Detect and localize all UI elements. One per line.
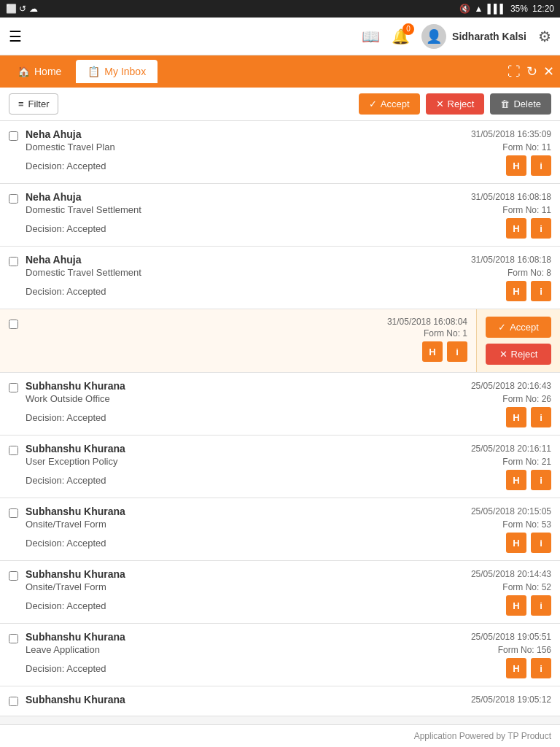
item-icons-2: H i	[506, 218, 551, 239]
info-button-8[interactable]: i	[531, 595, 551, 616]
accept-button[interactable]: ✓ Accept	[359, 93, 420, 115]
item-icons-6: H i	[506, 470, 551, 490]
item-header-1: Neha Ahuja 31/05/2018 16:35:09	[26, 128, 551, 140]
item-name-1: Neha Ahuja	[26, 128, 82, 140]
item-checkbox-7[interactable]	[9, 508, 18, 518]
wifi-icon: ▲	[475, 4, 483, 14]
item-footer-6: Decision: Accepted H i	[26, 470, 551, 490]
item-type-5: Work Outside Office	[26, 393, 110, 404]
user-name: Sidharath Kalsi	[452, 31, 526, 42]
close-button[interactable]: ✕	[543, 63, 554, 80]
checkbox-col-7	[9, 506, 18, 520]
info-button-2[interactable]: i	[531, 218, 551, 239]
home-icon: 🏠	[18, 66, 30, 77]
battery-text: 35%	[510, 4, 528, 14]
item-date-1: 31/05/2018 16:35:09	[471, 129, 551, 139]
item-decision-2: Decision: Accepted	[26, 223, 106, 234]
item-decision-3: Decision: Accepted	[26, 286, 106, 297]
item-checkbox-4[interactable]	[9, 320, 18, 329]
item-icons-9: H i	[506, 658, 551, 678]
history-button-9[interactable]: H	[506, 658, 526, 678]
item-checkbox-2[interactable]	[9, 194, 18, 204]
info-button-1[interactable]: i	[531, 155, 551, 176]
notification-bell-icon[interactable]: 🔔 0	[392, 28, 410, 45]
item-checkbox-5[interactable]	[9, 383, 18, 392]
info-button-3[interactable]: i	[531, 281, 551, 301]
checkbox-col-6	[9, 443, 18, 457]
reject-button[interactable]: ✕ Reject	[426, 93, 485, 115]
item-date-5: 25/05/2018 20:16:43	[471, 381, 551, 391]
item-icons-8: H i	[506, 595, 551, 616]
item-header-8: Subhanshu Khurana 25/05/2018 20:14:43	[26, 568, 551, 580]
checkbox-col-5	[9, 380, 18, 395]
refresh-button[interactable]: ↻	[526, 63, 537, 80]
list-item: Subhanshu Khurana 25/05/2018 19:05:51 Le…	[0, 624, 560, 686]
settings-icon[interactable]: ⚙	[538, 28, 551, 45]
item-form-row-8: Onsite/Travel Form Form No: 52	[26, 581, 551, 592]
history-button-6[interactable]: H	[506, 470, 526, 490]
item-form-no-6: Form No: 21	[502, 457, 551, 467]
item-footer-1: Decision: Accepted H i	[26, 155, 551, 176]
item-content-10: Subhanshu Khurana 25/05/2018 19:05:12	[26, 694, 551, 705]
history-button-5[interactable]: H	[506, 407, 526, 427]
list-item: Neha Ahuja 31/05/2018 16:35:09 Domestic …	[0, 121, 560, 184]
item-type-2: Domestic Travel Settlement	[26, 204, 141, 215]
filter-button[interactable]: ≡ Filter	[9, 93, 58, 115]
item-checkbox-9[interactable]	[9, 634, 18, 643]
checkbox-col-2	[9, 191, 18, 206]
item-checkbox-1[interactable]	[9, 131, 18, 141]
history-button-2[interactable]: H	[506, 218, 526, 239]
info-button-6[interactable]: i	[531, 470, 551, 490]
status-bar: ⬜ ↺ ☁ 🔇 ▲ ▌▌▌ 35% 12:20	[0, 0, 560, 18]
notification-badge: 0	[402, 23, 414, 35]
history-button-4[interactable]: H	[422, 341, 443, 362]
list-item: Subhanshu Khurana 25/05/2018 20:16:43 Wo…	[0, 373, 560, 436]
hamburger-menu-icon[interactable]: ☰	[9, 28, 22, 45]
item-name-7: Subhanshu Khurana	[26, 506, 125, 517]
checkbox-col-8	[9, 568, 18, 583]
item-icons-4: H i	[422, 341, 467, 362]
tab-home[interactable]: 🏠 Home	[6, 60, 73, 83]
info-button-7[interactable]: i	[531, 533, 551, 553]
history-button-8[interactable]: H	[506, 595, 526, 616]
info-button-4[interactable]: i	[447, 341, 467, 362]
item-checkbox-3[interactable]	[9, 257, 18, 266]
item-name-6: Subhanshu Khurana	[26, 443, 125, 454]
item-decision-1: Decision: Accepted	[26, 160, 106, 171]
item-checkbox-10[interactable]	[9, 697, 18, 706]
item-name-5: Subhanshu Khurana	[26, 380, 125, 392]
list-item: Neha Ahuja 31/05/2018 16:08:18 Domestic …	[0, 184, 560, 247]
item-checkbox-6[interactable]	[9, 446, 18, 455]
info-button-5[interactable]: i	[531, 407, 551, 427]
accept-label: Accept	[381, 98, 410, 109]
expand-button[interactable]: ⛶	[508, 64, 521, 80]
item-form-row-1: Domestic Travel Plan Form No: 11	[26, 142, 551, 152]
item-form-no-2: Form No: 11	[502, 205, 551, 215]
user-info: 👤 Sidharath Kalsi	[421, 24, 526, 49]
reject-icon: ✕	[499, 349, 508, 360]
item-type-7: Onsite/Travel Form	[26, 519, 106, 530]
item-content-2: Neha Ahuja 31/05/2018 16:08:18 Domestic …	[26, 191, 551, 239]
info-button-9[interactable]: i	[531, 658, 551, 678]
tab-inbox[interactable]: 📋 My Inbox	[76, 60, 158, 83]
history-button-3[interactable]: H	[506, 281, 526, 301]
item-type-9: Leave Application	[26, 644, 100, 655]
item-type-8: Onsite/Travel Form	[26, 581, 106, 592]
accept-check-icon: ✓	[369, 98, 377, 109]
item-header-2: Neha Ahuja 31/05/2018 16:08:18	[26, 191, 551, 203]
item-checkbox-8[interactable]	[9, 571, 18, 581]
delete-button[interactable]: 🗑 Delete	[490, 93, 551, 115]
time-display: 12:20	[532, 4, 554, 14]
inbox-list: Neha Ahuja 31/05/2018 16:35:09 Domestic …	[0, 121, 560, 716]
top-nav-left: ☰	[9, 28, 22, 45]
item-footer-5: Decision: Accepted H i	[26, 407, 551, 427]
item-footer-9: Decision: Accepted H i	[26, 658, 551, 678]
item-reject-button[interactable]: ✕ Reject	[486, 344, 551, 365]
history-button-1[interactable]: H	[506, 155, 526, 176]
top-nav: ☰ 📖 🔔 0 👤 Sidharath Kalsi ⚙	[0, 18, 560, 55]
history-button-7[interactable]: H	[506, 533, 526, 553]
book-icon[interactable]: 📖	[362, 28, 380, 45]
tab-bar: 🏠 Home 📋 My Inbox ⛶ ↻ ✕	[0, 55, 560, 88]
filter-bar: ≡ Filter ✓ Accept ✕ Reject 🗑 Delete	[0, 88, 560, 121]
item-accept-button[interactable]: ✓ Accept	[486, 317, 551, 338]
